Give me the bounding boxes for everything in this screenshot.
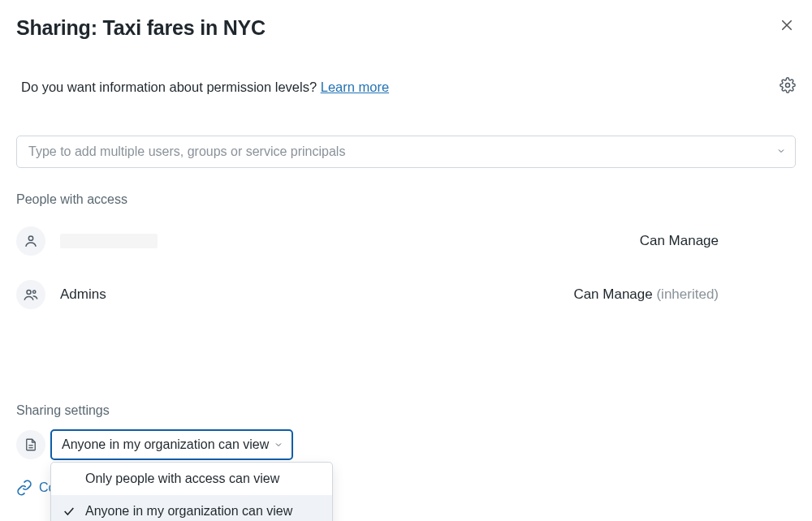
sharing-scope-option[interactable]: Only people with access can view (51, 463, 332, 495)
principal-search-input[interactable] (16, 136, 796, 168)
svg-point-2 (27, 291, 31, 295)
sharing-scope-selected: Anyone in my organization can view (62, 437, 269, 452)
permission-level[interactable]: Can Manage (inherited) (573, 286, 719, 303)
access-row: Admins Can Manage (inherited) (16, 275, 796, 314)
sharing-scope-dropdown[interactable]: Anyone in my organization can view (50, 429, 293, 460)
option-label: Only people with access can view (85, 471, 279, 486)
close-button[interactable] (778, 16, 796, 34)
chevron-down-icon (274, 440, 283, 450)
user-name (60, 234, 640, 248)
check-slot (63, 505, 85, 518)
option-label: Anyone in my organization can view (85, 504, 292, 519)
check-icon (63, 505, 76, 518)
avatar (16, 280, 45, 309)
access-row: Can Manage (16, 222, 796, 260)
document-icon (24, 437, 38, 452)
svg-point-0 (786, 84, 790, 88)
learn-more-link[interactable]: Learn more (321, 80, 389, 94)
avatar (16, 226, 45, 256)
group-icon (23, 286, 39, 303)
dialog-header: Sharing: Taxi fares in NYC (16, 16, 796, 40)
dialog-title: Sharing: Taxi fares in NYC (16, 16, 266, 40)
svg-point-1 (28, 236, 32, 240)
info-row: Do you want information about permission… (16, 77, 796, 97)
user-icon (23, 233, 39, 249)
sharing-settings-row: Anyone in my organization can view Only … (16, 429, 796, 460)
principal-search-wrap (16, 136, 796, 168)
info-question: Do you want information about permission… (21, 80, 321, 94)
people-with-access-label: People with access (16, 192, 796, 207)
user-name: Admins (60, 286, 573, 303)
document-icon-wrap (16, 430, 45, 459)
gear-icon (780, 77, 796, 93)
settings-button[interactable] (780, 77, 796, 97)
access-list: Can Manage Admins Can Manage (inherited) (16, 222, 796, 314)
sharing-dialog: Sharing: Taxi fares in NYC Do you want i… (0, 0, 812, 521)
sharing-scope-option[interactable]: Anyone in my organization can view (51, 495, 332, 521)
sharing-scope-menu: Only people with access can view Anyone … (50, 462, 333, 521)
permission-info-text: Do you want information about permission… (21, 80, 389, 95)
link-icon (16, 480, 32, 496)
permission-level[interactable]: Can Manage (640, 233, 719, 249)
sharing-settings-label: Sharing settings (16, 403, 796, 418)
redacted-name (60, 234, 158, 248)
close-icon (780, 18, 794, 32)
svg-point-3 (33, 291, 36, 293)
